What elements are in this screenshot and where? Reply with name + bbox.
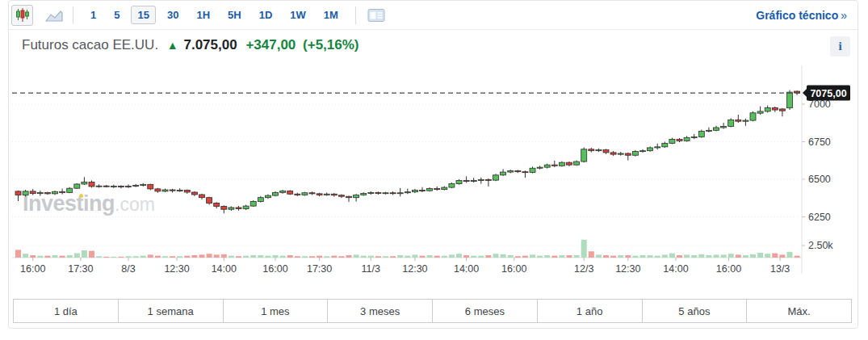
volume-bar	[640, 255, 646, 258]
y-axis-labels: 70006750650062502.50k	[802, 99, 833, 251]
volume-bar	[390, 256, 396, 258]
timeframe-30[interactable]: 30	[161, 6, 185, 24]
volume-bar	[662, 254, 668, 258]
candle	[273, 192, 279, 195]
volume-bar	[309, 256, 315, 258]
axis-borders	[12, 65, 802, 274]
candle	[184, 190, 190, 192]
volume-bar	[779, 254, 785, 258]
chart-type-candlestick-button[interactable]	[11, 5, 33, 26]
timeframe-5h[interactable]: 5H	[221, 6, 248, 24]
volume-bar	[346, 255, 352, 258]
candle	[596, 150, 602, 151]
double-chevron-icon: »	[841, 9, 847, 22]
timeframe-1[interactable]: 1	[84, 6, 103, 24]
volume-bar	[691, 255, 697, 258]
svg-text:12:30: 12:30	[615, 263, 640, 275]
volume-bar	[772, 254, 778, 258]
candle	[537, 167, 543, 168]
candlestick-chart[interactable]: 70006750650062502.50k16:0017:308/312:301…	[10, 65, 857, 280]
svg-text:8/3: 8/3	[121, 263, 135, 275]
period-1-ano[interactable]: 1 año	[537, 300, 642, 322]
timeframe-1w[interactable]: 1W	[283, 6, 312, 24]
svg-text:6250: 6250	[808, 212, 831, 223]
candle	[765, 107, 770, 111]
period-6-meses[interactable]: 6 meses	[432, 300, 537, 322]
timeframe-5[interactable]: 5	[107, 6, 126, 24]
svg-text:11/3: 11/3	[362, 263, 380, 275]
timeframe-1h[interactable]: 1H	[190, 6, 216, 24]
volume-bar	[111, 257, 116, 258]
technical-chart-link[interactable]: Gráfico técnico»	[756, 9, 847, 22]
period-1-dia[interactable]: 1 día	[14, 300, 118, 322]
candle	[170, 190, 175, 191]
volume-bar	[405, 256, 410, 258]
volume-bar	[434, 256, 440, 258]
timeframe-1m[interactable]: 1M	[317, 6, 345, 24]
volume-bar	[632, 256, 638, 258]
period-3-meses[interactable]: 3 meses	[327, 300, 432, 322]
timeframe-15[interactable]: 15	[131, 6, 155, 24]
volume-bar	[199, 254, 205, 258]
candle	[706, 130, 711, 131]
candle	[589, 149, 594, 151]
news-events-button[interactable]	[366, 5, 388, 26]
toolbar-divider	[355, 6, 356, 24]
candle	[302, 193, 308, 195]
price-change: +347,00	[245, 37, 296, 52]
volume-bar	[170, 256, 175, 258]
candle	[229, 208, 234, 209]
candle	[96, 186, 102, 187]
volume-bar	[37, 256, 43, 258]
volume-bar	[596, 254, 602, 258]
volume-bar	[184, 256, 190, 258]
volume-bar	[89, 251, 94, 258]
period-5-anos[interactable]: 5 años	[642, 300, 747, 322]
volume-bar	[133, 256, 139, 258]
candle	[397, 193, 403, 194]
svg-text:16:00: 16:00	[262, 263, 287, 275]
candle	[632, 151, 638, 155]
volume-bar	[148, 254, 153, 258]
candle	[191, 192, 197, 195]
candle	[736, 120, 741, 121]
candle	[412, 190, 417, 191]
volume-bar	[331, 256, 337, 258]
volume-bar	[295, 256, 300, 258]
info-button[interactable]: i	[830, 36, 850, 57]
candle	[669, 140, 675, 144]
volume-bar	[317, 256, 322, 258]
candle	[618, 153, 623, 154]
volume-bar	[574, 255, 580, 258]
candle	[243, 206, 249, 208]
svg-text:6750: 6750	[808, 136, 831, 148]
chart-type-area-button[interactable]	[43, 5, 65, 26]
candle	[23, 191, 28, 195]
candle	[199, 195, 205, 198]
volume-bar	[177, 256, 182, 258]
period-max[interactable]: Máx.	[746, 300, 851, 322]
candle	[757, 111, 763, 113]
candle	[648, 148, 653, 151]
timeframe-1d[interactable]: 1D	[253, 6, 279, 24]
candle	[655, 147, 660, 148]
candle	[317, 194, 322, 195]
candle	[508, 171, 514, 172]
svg-text:12:30: 12:30	[402, 263, 427, 275]
period-1-semana[interactable]: 1 semana	[118, 300, 223, 322]
volume-bar	[191, 255, 197, 258]
svg-text:16:00: 16:00	[20, 263, 45, 275]
svg-text:12:30: 12:30	[164, 263, 189, 275]
volume-bar	[706, 255, 711, 258]
candle	[691, 137, 697, 138]
volume-bar	[530, 254, 535, 258]
candle	[177, 190, 182, 191]
candle	[625, 153, 631, 155]
volume-bar	[15, 250, 21, 258]
volume-bar	[736, 254, 741, 258]
svg-text:16:00: 16:00	[716, 263, 741, 275]
volume-bar	[375, 256, 381, 258]
candle	[15, 191, 21, 195]
volume-bar	[243, 256, 249, 258]
period-1-mes[interactable]: 1 mes	[223, 300, 328, 322]
